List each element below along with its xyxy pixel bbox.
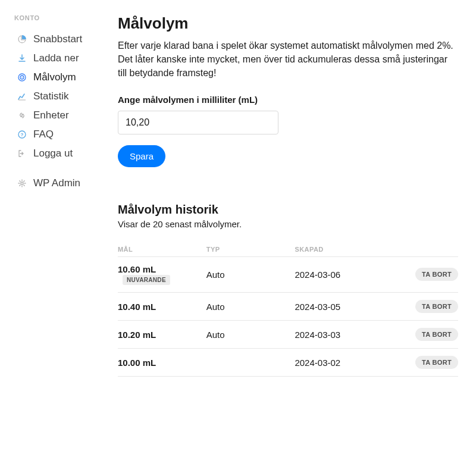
- gear-icon: [17, 178, 27, 189]
- created-value: 2024-03-06: [295, 256, 410, 293]
- delete-button[interactable]: TA BORT: [415, 328, 458, 341]
- column-typ: TYP: [206, 242, 295, 257]
- chart-line-icon: [17, 91, 27, 102]
- column-mal: MÅL: [118, 242, 206, 257]
- mal-value: 10.40 mL: [118, 302, 156, 312]
- target-volume-label: Ange målvolymen i milliliter (mL): [118, 95, 458, 105]
- sidebar-item-label: Statistik: [33, 90, 69, 102]
- sidebar-item-enheter[interactable]: Enheter: [14, 106, 98, 125]
- created-value: 2024-03-02: [295, 349, 410, 377]
- svg-text:?: ?: [21, 132, 24, 137]
- target-icon: [17, 72, 27, 83]
- sidebar-heading: KONTO: [14, 14, 98, 21]
- sidebar-item-label: Enheter: [33, 109, 69, 121]
- link-icon: [17, 110, 27, 121]
- table-row: 10.00 mL 2024-03-02 TA BORT: [118, 349, 458, 377]
- table-row: 10.40 mL Auto 2024-03-05 TA BORT: [118, 293, 458, 321]
- page-description: Efter varje klarad bana i spelet ökar sy…: [118, 39, 458, 80]
- sidebar-item-malvolym[interactable]: Målvolym: [14, 68, 98, 87]
- delete-button[interactable]: TA BORT: [415, 268, 458, 281]
- table-row: 10.60 mL NUVARANDE Auto 2024-03-06 TA BO…: [118, 256, 458, 293]
- sidebar-divider: [14, 163, 98, 174]
- mal-value: 10.60 mL: [118, 264, 156, 274]
- sidebar-item-faq[interactable]: ? FAQ: [14, 125, 98, 144]
- page-title: Målvolym: [118, 14, 458, 33]
- created-value: 2024-03-05: [295, 293, 410, 321]
- table-row: 10.20 mL Auto 2024-03-03 TA BORT: [118, 321, 458, 349]
- column-action: [411, 242, 458, 257]
- save-button[interactable]: Spara: [118, 145, 165, 167]
- question-icon: ?: [17, 129, 27, 140]
- delete-button[interactable]: TA BORT: [415, 356, 458, 369]
- sidebar-item-label: Snabbstart: [33, 33, 82, 45]
- svg-point-5: [21, 182, 23, 184]
- target-volume-input[interactable]: [118, 111, 278, 134]
- sidebar-item-snabbstart[interactable]: Snabbstart: [14, 30, 98, 49]
- column-created: SKAPAD: [295, 242, 410, 257]
- typ-value: Auto: [206, 321, 295, 349]
- sidebar-item-label: Logga ut: [33, 148, 73, 159]
- delete-button[interactable]: TA BORT: [415, 300, 458, 313]
- mal-value: 10.00 mL: [118, 358, 156, 368]
- typ-value: Auto: [206, 256, 295, 293]
- current-badge: NUVARANDE: [123, 275, 170, 285]
- sidebar-item-label: FAQ: [33, 129, 54, 140]
- main-content: Målvolym Efter varje klarad bana i spele…: [107, 0, 476, 476]
- history-table: MÅL TYP SKAPAD 10.60 mL NUVARANDE Auto 2…: [118, 242, 458, 377]
- mal-value: 10.20 mL: [118, 330, 156, 340]
- sidebar-item-label: WP Admin: [33, 177, 80, 189]
- typ-value: [206, 349, 295, 377]
- typ-value: Auto: [206, 293, 295, 321]
- created-value: 2024-03-03: [295, 321, 410, 349]
- sidebar-item-label: Ladda ner: [33, 52, 79, 64]
- pie-chart-icon: [17, 34, 27, 45]
- history-subtext: Visar de 20 senast målvolymer.: [118, 219, 458, 229]
- sidebar-item-label: Målvolym: [33, 71, 76, 83]
- sidebar-item-statistik[interactable]: Statistik: [14, 87, 98, 106]
- sidebar-item-ladda-ner[interactable]: Ladda ner: [14, 49, 98, 68]
- sidebar: KONTO Snabbstart Ladda ner Målvolym Stat…: [0, 0, 107, 476]
- history-title: Målvolym historik: [118, 203, 458, 217]
- sidebar-item-wp-admin[interactable]: WP Admin: [14, 174, 98, 193]
- sidebar-item-logga-ut[interactable]: Logga ut: [14, 144, 98, 163]
- download-icon: [17, 53, 27, 64]
- logout-icon: [17, 148, 27, 159]
- svg-point-2: [21, 77, 23, 78]
